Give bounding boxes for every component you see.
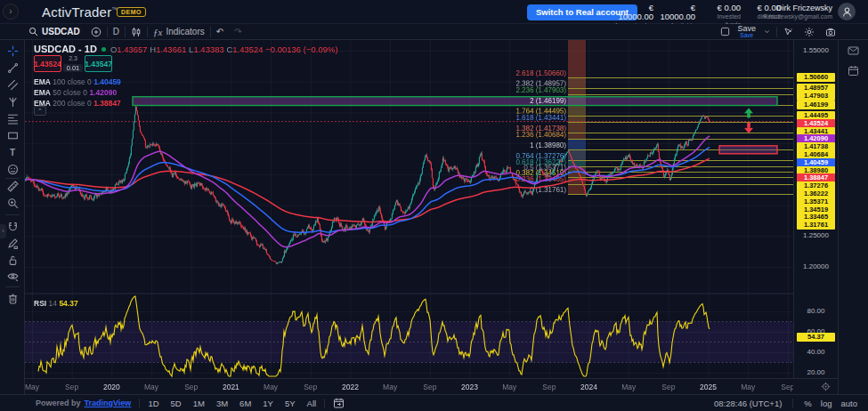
candles-icon — [131, 27, 142, 37]
chart-area[interactable]: USDCAD - 1D O1.43657 H1.43661 L1.43383 C… — [25, 40, 793, 378]
toolbar-separator — [107, 27, 108, 37]
search-icon — [28, 27, 38, 36]
scroll-to-realtime-button[interactable] — [821, 382, 831, 391]
rsi-scale-label: 20.00 — [797, 368, 835, 377]
tool-crosshair-icon[interactable] — [6, 44, 19, 57]
demo-badge: DEMO — [117, 7, 146, 17]
timeframe-button[interactable]: D — [113, 27, 119, 36]
save-layout-button[interactable]: Save Save — [737, 25, 756, 39]
range-button-6m[interactable]: 6M — [239, 399, 251, 408]
time-axis-label: Sep — [423, 383, 436, 391]
bottom-separator — [324, 399, 325, 408]
activtrader-app: › ActivTrader™ DEMO Switch to Real accou… — [0, 0, 868, 411]
user-info[interactable]: Dirk Friczewsky dirk.friczewsky@gmail.co… — [752, 4, 832, 20]
time-axis-label: Sep — [65, 383, 78, 391]
symbol-title: USDCAD - 1D — [34, 44, 97, 54]
price-scale[interactable]: 1.550001.506601.489571.479031.461991.444… — [793, 40, 838, 394]
log-scale-toggle[interactable]: log — [821, 399, 832, 408]
auto-scale-toggle[interactable]: auto — [841, 399, 858, 408]
compare-add-button[interactable] — [91, 27, 101, 37]
range-button-1y[interactable]: 1Y — [263, 399, 273, 408]
spread-info: 2.3 0.01 — [62, 55, 84, 72]
messages-button[interactable] — [848, 45, 859, 56]
layout-square-icon — [720, 27, 730, 36]
rail-divider — [5, 214, 20, 215]
range-button-all[interactable]: All — [307, 399, 317, 408]
layout-button[interactable] — [720, 27, 730, 36]
screenshot-button[interactable] — [825, 27, 836, 37]
sell-button[interactable]: 1.43524 — [34, 55, 61, 72]
buy-button[interactable]: 1.43547 — [85, 55, 112, 72]
redo-button[interactable]: ↷ — [234, 27, 241, 36]
tool-zoom-in-icon[interactable] — [6, 197, 19, 209]
bottom-separator — [139, 399, 140, 408]
time-axis-label: May — [741, 383, 755, 391]
powered-by-label: Powered by — [36, 399, 81, 407]
tool-magnet-icon[interactable] — [6, 221, 19, 233]
range-button-5d[interactable]: 5D — [171, 399, 182, 408]
indicators-button[interactable]: ƒx Indicators — [153, 27, 205, 37]
time-axis-label: May — [25, 383, 39, 391]
redo-icon: ↷ — [234, 27, 241, 36]
tool-emoji-icon[interactable] — [6, 163, 19, 175]
person-icon — [841, 6, 853, 18]
time-axis-label: 2022 — [342, 383, 359, 391]
price-label: 1.46199 — [797, 101, 835, 109]
time-axis-label: Sep — [304, 383, 317, 391]
tool-trend-line-icon[interactable] — [6, 61, 19, 74]
expand-watchlist-tab[interactable]: › — [0, 224, 6, 238]
chart-style-button[interactable] — [131, 27, 142, 37]
metric-value: € 0.00 — [702, 4, 741, 12]
tool-ruler-icon[interactable] — [6, 180, 19, 192]
range-button-5y[interactable]: 5Y — [285, 399, 296, 408]
tool-pitchfork-icon[interactable] — [6, 95, 19, 108]
price-label: 1.20000 — [797, 262, 835, 271]
symbol-search[interactable]: USDCAD — [28, 27, 80, 36]
gear-icon — [804, 27, 815, 37]
time-axis-label: May — [502, 383, 516, 391]
tool-trash-icon[interactable] — [6, 292, 19, 304]
tool-eye-off-icon[interactable] — [6, 270, 19, 282]
rsi-scale-label: 80.00 — [797, 307, 835, 316]
settings-button[interactable] — [804, 27, 815, 37]
percent-scale-toggle[interactable]: % — [804, 399, 811, 408]
tool-parallel-channel-icon[interactable] — [6, 78, 19, 91]
price-label: 1.25000 — [797, 231, 835, 240]
time-axis-label: 2025 — [700, 383, 717, 391]
range-button-1d[interactable]: 1D — [148, 399, 158, 408]
magic-cursor-button[interactable] — [783, 27, 793, 37]
metric-value: € 10000.00 — [656, 4, 695, 21]
chart-toolbar: USDCAD D ƒx Indicators ↶ ↷ Save Save — [0, 24, 868, 40]
tool-rectangle-icon[interactable] — [6, 129, 19, 141]
undo-button[interactable]: ↶ — [216, 27, 223, 36]
calendar-icon — [848, 65, 859, 77]
save-menu-caret[interactable] — [763, 28, 771, 36]
plus-circle-icon — [91, 27, 101, 37]
range-button-1m[interactable]: 1M — [193, 399, 205, 408]
tool-lock-icon[interactable] — [6, 254, 19, 266]
time-axis[interactable]: MaySep2020MaySep2021MaySep2022MaySep2023… — [25, 378, 793, 394]
chart-legend: USDCAD - 1D O1.43657 H1.43661 L1.43383 C… — [34, 44, 338, 54]
avatar[interactable] — [838, 3, 856, 20]
tool-draw-pencil-icon[interactable] — [6, 237, 19, 249]
chevron-down-icon — [763, 28, 771, 36]
range-button-3m[interactable]: 3M — [216, 399, 228, 408]
toolbar-separator — [776, 27, 777, 37]
ema-legend-row: EMA 200 close 0 1.38847 — [34, 99, 121, 108]
collapse-sidebar-button[interactable]: › — [3, 4, 19, 20]
tool-text-icon[interactable]: T — [6, 146, 19, 158]
undo-icon: ↶ — [216, 27, 223, 36]
time-axis-label: Sep — [781, 383, 793, 391]
legend-collapse-button[interactable]: ⌃ — [34, 106, 46, 116]
tradingview-link[interactable]: TradingView — [85, 399, 132, 407]
price-label: 1.50660 — [797, 73, 835, 82]
tool-fib-retracement-icon[interactable] — [6, 112, 19, 125]
economic-calendar-button[interactable] — [848, 65, 859, 77]
go-to-date-button[interactable] — [333, 398, 345, 408]
time-axis-label: 2020 — [103, 383, 120, 391]
metric-value: € 10000.00 — [614, 4, 653, 21]
camera-icon — [825, 27, 836, 37]
price-chart-canvas[interactable] — [25, 40, 793, 378]
rail-divider — [5, 286, 20, 287]
time-axis-label: May — [383, 383, 397, 391]
